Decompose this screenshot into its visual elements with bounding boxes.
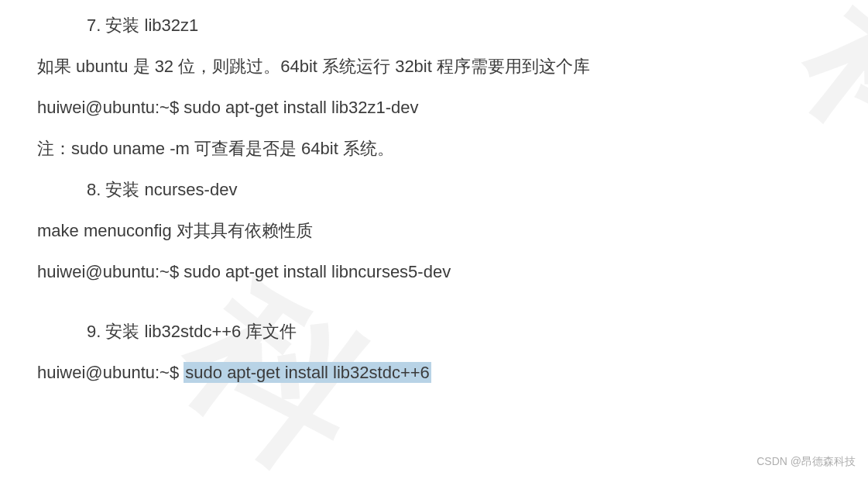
section-7-description: 如果 ubuntu 是 32 位，则跳过。64bit 系统运行 32bit 程序… [37,53,831,79]
section-9-heading: 9. 安装 lib32stdc++6 库文件 [37,319,831,344]
section-8-heading: 8. 安装 ncurses-dev [37,177,831,202]
section-7-note: 注：sudo uname -m 可查看是否是 64bit 系统。 [37,136,831,161]
section-7-command: huiwei@ubuntu:~$ sudo apt-get install li… [37,95,831,120]
blank-spacer [37,300,831,319]
section-8-description: make menuconfig 对其具有依赖性质 [37,218,831,243]
section-9-prompt: huiwei@ubuntu:~$ [37,363,184,382]
document-content: 7. 安装 lib32z1 如果 ubuntu 是 32 位，则跳过。64bit… [37,12,831,385]
section-7-heading: 7. 安装 lib32z1 [37,12,831,38]
section-9-highlighted-command[interactable]: sudo apt-get install lib32stdc++6 [184,362,431,383]
section-8-command: huiwei@ubuntu:~$ sudo apt-get install li… [37,259,831,284]
csdn-watermark: CSDN @昂德森科技 [756,453,856,470]
section-9-command-line: huiwei@ubuntu:~$ sudo apt-get install li… [37,360,831,385]
